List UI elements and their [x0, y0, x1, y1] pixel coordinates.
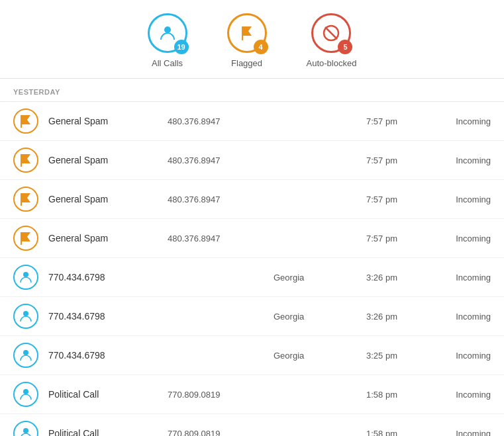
person-svg: [19, 310, 32, 323]
call-direction: Incoming: [426, 116, 491, 126]
call-time: 7:57 pm: [366, 234, 426, 243]
call-time: 1:58 pm: [366, 429, 426, 437]
person-svg: [19, 388, 32, 401]
call-name: 770.434.6798: [48, 350, 168, 361]
flag-svg: [20, 193, 32, 206]
call-location: Georgia: [274, 351, 366, 361]
call-number: 480.376.8947: [168, 195, 274, 204]
svg-point-0: [164, 26, 171, 33]
person-call-icon: [13, 343, 38, 368]
svg-line-3: [325, 27, 337, 39]
call-number: 480.376.8947: [168, 116, 274, 126]
call-direction: Incoming: [426, 429, 491, 437]
flagged-badge: 4: [254, 40, 268, 54]
flag-svg: [20, 153, 32, 167]
flag-svg: [20, 114, 32, 128]
person-svg: [19, 349, 32, 362]
flag-call-icon: [13, 226, 38, 251]
svg-point-12: [23, 428, 28, 433]
call-row[interactable]: Political Call770.809.08191:58 pmIncomin…: [0, 375, 504, 414]
person-svg: [19, 271, 32, 284]
call-time: 3:26 pm: [366, 273, 426, 283]
call-row[interactable]: Political Call770.809.08191:58 pmIncomin…: [0, 414, 504, 436]
call-direction: Incoming: [426, 155, 491, 165]
call-name: 770.434.6798: [48, 311, 168, 322]
call-row[interactable]: General Spam480.376.89477:57 pmIncoming: [0, 141, 504, 180]
call-row[interactable]: 770.434.6798Georgia3:26 pmIncoming: [0, 297, 504, 336]
flagged-icon-wrapper: 4: [227, 13, 267, 53]
auto-blocked-icon-wrapper: 5: [311, 13, 351, 53]
svg-point-10: [23, 350, 28, 355]
call-number: 480.376.8947: [168, 155, 274, 165]
call-direction: Incoming: [426, 273, 491, 283]
flag-call-icon: [13, 148, 38, 173]
call-time: 3:25 pm: [366, 351, 426, 361]
call-time: 7:57 pm: [366, 195, 426, 204]
call-time: 3:26 pm: [366, 312, 426, 322]
call-name: General Spam: [48, 233, 168, 243]
auto-blocked-badge: 5: [338, 40, 352, 54]
call-number: 480.376.8947: [168, 234, 274, 243]
call-row[interactable]: General Spam480.376.89477:57 pmIncoming: [0, 219, 504, 258]
svg-point-9: [23, 311, 28, 316]
call-name: General Spam: [48, 194, 168, 204]
person-icon: [158, 24, 177, 42]
call-location: Georgia: [274, 273, 366, 283]
call-row[interactable]: General Spam480.376.89477:57 pmIncoming: [0, 102, 504, 141]
block-icon: [321, 23, 341, 43]
call-direction: Incoming: [426, 390, 491, 400]
stat-flagged[interactable]: 4 Flagged: [227, 13, 267, 68]
header-stats: 19 All Calls 4 Flagged 5: [0, 0, 504, 79]
auto-blocked-label: Auto-blocked: [307, 58, 357, 68]
section-yesterday: YESTERDAY: [0, 79, 504, 102]
person-call-icon: [13, 421, 38, 436]
flag-icon: [238, 24, 256, 42]
call-number: 770.809.0819: [168, 390, 274, 400]
call-row[interactable]: 770.434.6798Georgia3:26 pmIncoming: [0, 258, 504, 297]
svg-point-8: [23, 272, 28, 277]
stat-all-calls[interactable]: 19 All Calls: [148, 13, 187, 68]
flagged-label: Flagged: [231, 58, 262, 68]
call-time: 7:57 pm: [366, 116, 426, 126]
person-svg: [19, 427, 32, 436]
call-direction: Incoming: [426, 312, 491, 322]
call-direction: Incoming: [426, 234, 491, 243]
call-row[interactable]: 770.434.6798Georgia3:25 pmIncoming: [0, 336, 504, 375]
call-direction: Incoming: [426, 195, 491, 204]
flag-call-icon: [13, 109, 38, 134]
person-call-icon: [13, 304, 38, 329]
call-name: 770.434.6798: [48, 272, 168, 283]
call-location: Georgia: [274, 312, 366, 322]
all-calls-icon-wrapper: 19: [148, 13, 187, 53]
svg-point-11: [23, 389, 28, 394]
call-direction: Incoming: [426, 351, 491, 361]
stat-auto-blocked[interactable]: 5 Auto-blocked: [307, 13, 357, 68]
call-number: 770.809.0819: [168, 429, 274, 437]
person-call-icon: [13, 265, 38, 290]
call-row[interactable]: General Spam480.376.89477:57 pmIncoming: [0, 180, 504, 219]
flag-call-icon: [13, 187, 38, 212]
call-name: Political Call: [48, 428, 168, 436]
call-name: Political Call: [48, 389, 168, 400]
call-name: General Spam: [48, 155, 168, 165]
all-calls-badge: 19: [174, 40, 189, 54]
flag-svg: [20, 232, 32, 245]
person-call-icon: [13, 382, 38, 407]
call-time: 1:58 pm: [366, 390, 426, 400]
call-time: 7:57 pm: [366, 155, 426, 165]
call-list: General Spam480.376.89477:57 pmIncoming …: [0, 102, 504, 436]
all-calls-label: All Calls: [152, 58, 183, 68]
call-name: General Spam: [48, 116, 168, 126]
